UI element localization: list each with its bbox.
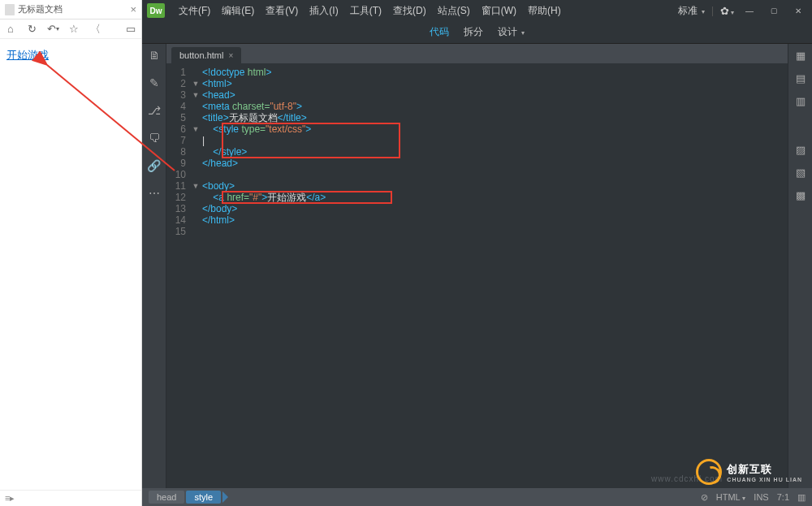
watermark-disc-icon <box>696 459 722 485</box>
menu-item[interactable]: 查看(V) <box>260 4 304 18</box>
panel-icon-6[interactable]: ▩ <box>794 188 807 201</box>
preview-statusbar: ≡▸ <box>0 490 141 506</box>
watermark-logo: 创新互联 CHUANG XIN HU LIAN <box>696 459 802 485</box>
code-editor[interactable]: 123456789101112131415 ▼▼▼▼ <!doctype htm… <box>166 63 788 488</box>
preview-toolbar: ⌂ ↻ ↶▾ ☆ 〈 ▭ <box>0 19 141 39</box>
menu-item[interactable]: 编辑(E) <box>216 4 260 18</box>
git-icon[interactable]: ⎇ <box>148 104 161 117</box>
layout-dropdown[interactable]: 标准 ▾ <box>678 4 705 18</box>
dreamweaver-pane: Dw 文件(F)编辑(E)查看(V)插入(I)工具(T)查找(D)站点(S)窗口… <box>142 0 812 506</box>
menu-item[interactable]: 帮助(H) <box>522 4 567 18</box>
maximize-button[interactable] <box>765 5 783 16</box>
preview-body: 开始游戏 <box>0 39 141 490</box>
panel-icon-3[interactable]: ▥ <box>794 94 807 107</box>
view-switcher: 代码 拆分 设计 ▾ <box>142 21 812 44</box>
file-tab-button-html[interactable]: button.html × <box>171 47 241 63</box>
dw-main: 🗎 ✎ ⎇ 🗨 🔗 ⋯ button.html × 12345678910111… <box>142 44 812 488</box>
link-panel-icon[interactable]: 🔗 <box>148 159 161 172</box>
close-window-button[interactable] <box>789 5 807 16</box>
view-design-button[interactable]: 设计 ▾ <box>498 25 525 39</box>
close-icon[interactable]: × <box>130 3 136 15</box>
home-icon[interactable]: ⌂ <box>5 24 16 35</box>
cursor-position: 7:1 <box>777 492 789 502</box>
doctype-dropdown[interactable]: HTML ▾ <box>716 492 746 502</box>
start-game-link[interactable]: 开始游戏 <box>6 49 49 61</box>
document-icon <box>5 4 15 15</box>
reload-icon[interactable]: ↻ <box>26 24 37 35</box>
menu-item[interactable]: 插入(I) <box>304 4 343 18</box>
preview-tab-title: 无标题文档 <box>18 3 63 15</box>
close-icon[interactable]: × <box>228 51 233 60</box>
menu-item[interactable]: 查找(D) <box>387 4 432 18</box>
left-tool-rail: 🗎 ✎ ⎇ 🗨 🔗 ⋯ <box>142 44 166 488</box>
view-code-button[interactable]: 代码 <box>430 25 449 39</box>
panel-icon-5[interactable]: ▧ <box>794 166 807 179</box>
dw-logo-icon: Dw <box>147 3 165 18</box>
panel-icon-1[interactable]: ▦ <box>794 49 807 62</box>
comment-icon[interactable]: 🗨 <box>148 132 161 145</box>
panel-icon-2[interactable]: ▤ <box>794 71 807 84</box>
menu-item[interactable]: 工具(T) <box>344 4 387 18</box>
menu-item[interactable]: 窗口(W) <box>476 4 522 18</box>
error-indicator-icon[interactable]: ⊘ <box>701 492 708 503</box>
insert-mode-label: INS <box>754 492 768 502</box>
browser-preview-pane: 无标题文档 × ⌂ ↻ ↶▾ ☆ 〈 ▭ 开始游戏 ≡▸ <box>0 0 142 506</box>
back-icon[interactable]: 〈 <box>89 24 101 35</box>
menu-icon[interactable]: ≡▸ <box>5 493 15 504</box>
panel-icon-4[interactable]: ▨ <box>794 143 807 156</box>
watermark-text-cn: 创新互联 <box>727 463 772 475</box>
gear-icon[interactable]: ✿▾ <box>720 5 734 17</box>
menubar-items: 文件(F)编辑(E)查看(V)插入(I)工具(T)查找(D)站点(S)窗口(W)… <box>173 4 567 18</box>
file-tab-label: button.html <box>179 50 223 60</box>
more-icon[interactable]: ⋯ <box>148 187 161 200</box>
edit-tools-icon[interactable]: ✎ <box>148 76 161 89</box>
preview-tab[interactable]: 无标题文档 × <box>0 0 141 19</box>
breadcrumb-style[interactable]: style <box>186 491 221 504</box>
watermark-text-en: CHUANG XIN HU LIAN <box>727 477 802 482</box>
file-manager-icon[interactable]: 🗎 <box>148 49 161 62</box>
overflow-icon[interactable]: ▥ <box>797 492 806 503</box>
star-icon[interactable]: ☆ <box>68 24 80 35</box>
chevron-right-icon <box>222 491 228 503</box>
dw-menubar: Dw 文件(F)编辑(E)查看(V)插入(I)工具(T)查找(D)站点(S)窗口… <box>142 0 812 21</box>
menu-item[interactable]: 站点(S) <box>432 4 476 18</box>
minimize-button[interactable] <box>741 5 758 16</box>
view-split-button[interactable]: 拆分 <box>464 25 483 39</box>
line-number-gutter: 123456789101112131415 <box>166 63 191 488</box>
undo-icon[interactable]: ↶▾ <box>47 24 58 35</box>
menu-item[interactable]: 文件(F) <box>173 4 216 18</box>
right-panel-rail: ▦ ▤ ▥ ▨ ▧ ▩ <box>788 44 812 488</box>
tag-selector-bar: head style ⊘ HTML ▾ INS 7:1 ▥ <box>142 488 812 506</box>
breadcrumb-head[interactable]: head <box>149 491 184 504</box>
browse-file-icon[interactable]: ▭ <box>125 24 136 35</box>
file-tabs: button.html × <box>166 44 788 63</box>
editor-column: button.html × 123456789101112131415 ▼▼▼▼… <box>166 44 788 488</box>
fold-gutter[interactable]: ▼▼▼▼ <box>191 63 201 488</box>
code-lines[interactable]: <!doctype html><html><head><meta charset… <box>201 63 788 488</box>
